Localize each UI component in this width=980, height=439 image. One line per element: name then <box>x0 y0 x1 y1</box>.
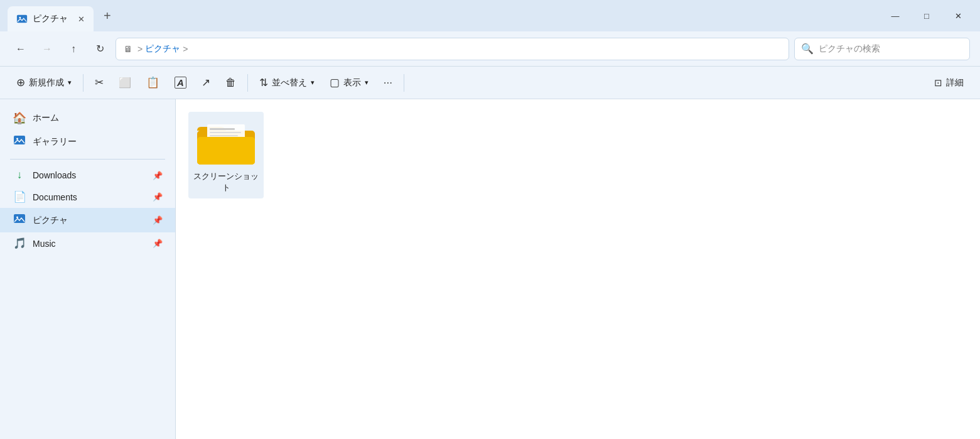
content-area: スクリーンショット <box>176 99 980 439</box>
tab-pictures-icon <box>16 13 28 24</box>
svg-rect-14 <box>197 137 255 165</box>
details-label: 詳細 <box>946 77 964 89</box>
share-icon: ↗ <box>202 76 210 89</box>
rename-icon: A <box>175 77 186 89</box>
details-icon: ⊡ <box>934 77 942 89</box>
documents-icon: 📄 <box>13 190 26 203</box>
new-label: 新規作成 <box>29 77 64 89</box>
toolbar-separator-1 <box>83 74 83 92</box>
tab-area: ピクチャ ✕ + <box>8 0 881 31</box>
details-button[interactable]: ⊡ 詳細 <box>928 74 970 92</box>
paste-button[interactable]: 📋 <box>140 73 166 92</box>
share-button[interactable]: ↗ <box>195 73 217 92</box>
sidebar-divider-1 <box>10 159 165 160</box>
sort-button[interactable]: ⇅ 並べ替え ▾ <box>253 73 321 92</box>
svg-point-5 <box>16 217 18 219</box>
svg-rect-4 <box>14 214 25 223</box>
title-bar: ピクチャ ✕ + — □ ✕ <box>0 0 980 31</box>
sidebar-item-downloads[interactable]: ↓ Downloads 📌 <box>0 165 175 186</box>
copy-icon: ⬜ <box>119 77 131 89</box>
delete-button[interactable]: 🗑 <box>219 73 242 92</box>
music-icon: 🎵 <box>13 237 26 250</box>
svg-rect-10 <box>210 135 238 136</box>
svg-point-1 <box>19 17 21 19</box>
sidebar-item-music[interactable]: 🎵 Music 📌 <box>0 232 175 254</box>
tab-close-button[interactable]: ✕ <box>78 15 85 23</box>
new-button[interactable]: ⊕ 新規作成 ▾ <box>10 73 78 92</box>
search-bar[interactable]: 🔍 ピクチャの検索 <box>794 38 970 60</box>
view-button[interactable]: ▢ 表示 ▾ <box>323 73 375 92</box>
breadcrumb-bar[interactable]: 🖥 > ピクチャ > <box>116 38 789 60</box>
folder-name: スクリーンショット <box>193 171 259 193</box>
svg-rect-2 <box>14 136 25 144</box>
close-button[interactable]: ✕ <box>944 6 972 26</box>
sort-icon: ⇅ <box>259 76 268 89</box>
copy-button[interactable]: ⬜ <box>112 73 137 92</box>
up-button[interactable]: ↑ <box>63 38 84 60</box>
breadcrumb-sep1: > <box>137 44 143 54</box>
sidebar-home-label: ホーム <box>33 112 59 124</box>
sidebar-item-gallery[interactable]: ギャラリー <box>0 129 175 154</box>
delete-icon: 🗑 <box>225 77 236 89</box>
sidebar-downloads-label: Downloads <box>33 170 76 180</box>
view-label: 表示 <box>343 77 361 89</box>
pc-icon: 🖥 <box>124 44 132 54</box>
music-pin-icon: 📌 <box>153 239 163 248</box>
cut-button[interactable]: ✂ <box>89 73 110 92</box>
sidebar: 🏠 ホーム ギャラリー ↓ Downloads 📌 📄 Documents 📌 <box>0 99 176 439</box>
maximize-button[interactable]: □ <box>912 6 941 26</box>
sidebar-pictures-label: ピクチャ <box>33 215 68 226</box>
sidebar-music-label: Music <box>33 239 56 249</box>
main-layout: 🏠 ホーム ギャラリー ↓ Downloads 📌 📄 Documents 📌 <box>0 99 980 439</box>
tab-pictures[interactable]: ピクチャ ✕ <box>8 6 94 31</box>
svg-point-3 <box>16 138 18 140</box>
documents-pin-icon: 📌 <box>153 192 163 202</box>
downloads-pin-icon: 📌 <box>153 171 163 180</box>
breadcrumb-location[interactable]: ピクチャ <box>145 43 180 55</box>
pictures-icon <box>13 212 26 228</box>
svg-rect-0 <box>17 15 27 23</box>
more-icon: ··· <box>384 77 392 89</box>
new-icon: ⊕ <box>16 76 25 89</box>
sort-dropdown-icon: ▾ <box>311 79 315 87</box>
sort-label: 並べ替え <box>272 77 307 89</box>
view-icon: ▢ <box>330 76 340 89</box>
refresh-button[interactable]: ↻ <box>89 38 110 60</box>
pictures-pin-icon: 📌 <box>153 215 163 225</box>
toolbar: ⊕ 新規作成 ▾ ✂ ⬜ 📋 A ↗ 🗑 ⇅ 並べ替え ▾ ▢ 表示 ▾ ···… <box>0 67 980 99</box>
tab-label: ピクチャ <box>33 13 68 24</box>
folder-item-screenshots[interactable]: スクリーンショット <box>188 112 264 198</box>
search-icon: 🔍 <box>801 43 814 55</box>
new-tab-button[interactable]: + <box>99 6 116 26</box>
view-dropdown-icon: ▾ <box>365 79 369 87</box>
sidebar-item-home[interactable]: 🏠 ホーム <box>0 107 175 129</box>
home-icon: 🏠 <box>13 111 26 125</box>
minimize-button[interactable]: — <box>881 6 910 26</box>
svg-rect-9 <box>210 132 241 133</box>
back-button[interactable]: ← <box>10 38 31 60</box>
address-bar: ← → ↑ ↻ 🖥 > ピクチャ > 🔍 ピクチャの検索 <box>0 31 980 67</box>
sidebar-gallery-label: ギャラリー <box>33 136 77 148</box>
svg-rect-8 <box>210 128 235 130</box>
cut-icon: ✂ <box>95 76 104 89</box>
sidebar-item-pictures[interactable]: ピクチャ 📌 <box>0 208 175 232</box>
paste-icon: 📋 <box>146 76 159 89</box>
search-placeholder: ピクチャの検索 <box>819 43 880 55</box>
rename-button[interactable]: A <box>168 73 193 92</box>
more-button[interactable]: ··· <box>377 73 399 92</box>
toolbar-separator-3 <box>404 74 404 92</box>
window-controls: — □ ✕ <box>881 6 972 26</box>
folder-thumbnail <box>196 117 256 167</box>
downloads-icon: ↓ <box>13 169 26 182</box>
folder-grid: スクリーンショット <box>188 112 967 198</box>
new-dropdown-icon: ▾ <box>68 79 72 87</box>
forward-button[interactable]: → <box>36 38 58 60</box>
breadcrumb-sep2: > <box>183 44 188 54</box>
sidebar-documents-label: Documents <box>33 192 77 202</box>
toolbar-separator-2 <box>247 74 248 92</box>
gallery-icon <box>13 134 26 149</box>
sidebar-item-documents[interactable]: 📄 Documents 📌 <box>0 186 175 208</box>
